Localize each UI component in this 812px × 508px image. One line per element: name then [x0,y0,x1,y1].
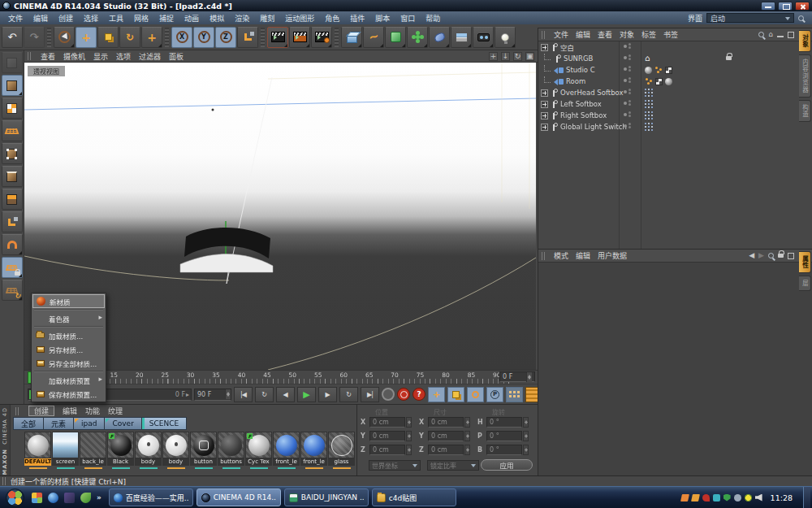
menu-sculpt[interactable]: 雕刻 [260,13,274,24]
rotate-tool[interactable]: ↻ [119,27,140,48]
search-icon[interactable] [798,15,804,21]
size-mode-dropdown[interactable]: 锁定比率 [427,460,479,471]
menu-snap[interactable]: 捕捉 [159,13,174,24]
viewport-menu-panel[interactable]: 面板 [169,51,184,62]
maximize-view-icon[interactable]: ▣ [525,52,534,61]
texture-mode-button[interactable] [2,98,23,119]
lock-x-axis-button[interactable]: X [171,27,192,48]
quick-launch-icon[interactable] [80,493,91,503]
shield-icon[interactable] [723,494,731,501]
visibility-dots[interactable] [624,66,631,72]
enable-snap-button[interactable] [2,234,23,255]
chevron-expand-icon[interactable]: » [97,493,102,501]
attr-menu-edit[interactable]: 编辑 [576,250,590,261]
tray-icon[interactable] [691,494,700,501]
add-generator-button[interactable] [385,27,406,48]
render-picture-viewer-button[interactable] [289,27,310,48]
viewport-camera-label[interactable]: 透视视图 [28,66,65,76]
render-settings-button[interactable] [311,27,332,48]
visibility-dots[interactable] [624,54,631,60]
menu-item-shader[interactable]: 着色器 [32,311,105,325]
spinner-icon[interactable] [523,445,529,455]
add-modeling-object-button[interactable] [407,27,428,48]
object-row-overhead-softbox[interactable]: OverHead Softbox [538,87,799,98]
key-pla-toggle[interactable] [506,387,523,402]
spinner-icon[interactable] [464,445,470,455]
material-item[interactable]: back_le [80,432,106,469]
add-primitive-button[interactable] [341,27,362,48]
viewport-menu-view[interactable]: 查看 [41,51,55,62]
viewport-menu-cameras[interactable]: 摄像机 [63,51,85,62]
spinner-icon[interactable] [406,445,412,455]
xpresso-tag-icon[interactable] [645,123,646,124]
add-spline-button[interactable]: ~ [363,27,384,48]
tab-elements[interactable]: 元素 [43,417,73,430]
volume-icon[interactable] [755,494,762,501]
goto-start-button[interactable] [234,387,253,402]
undo-button[interactable]: ↶ [2,27,23,48]
material-menu-create[interactable]: 创建 [28,406,54,416]
material-item[interactable]: button [190,432,217,469]
quick-launch-icon[interactable] [64,493,75,503]
record-button[interactable] [382,388,395,401]
position-x-field[interactable]: X0 cm [361,417,412,428]
axis-mode-button[interactable] [2,211,23,232]
visibility-dots[interactable] [624,43,631,49]
interface-dropdown[interactable]: 启动 [706,13,794,23]
lock-y-axis-button[interactable]: Y [193,27,214,48]
browser-icon[interactable] [48,493,58,503]
om-menu-view[interactable]: 查看 [598,29,612,40]
material-menu-function[interactable]: 功能 [85,406,100,416]
spinner-icon[interactable] [526,372,532,382]
menu-help[interactable]: 帮助 [425,13,440,24]
panel-icon[interactable] [788,32,794,38]
object-row-sunrgb[interactable]: SUNRGB ⌂ [538,53,799,64]
viewport-menu-options[interactable]: 选项 [116,51,131,62]
attr-menu-userdata[interactable]: 用户数据 [598,250,627,261]
object-row-global-light-switch[interactable]: Global Light Switch [538,121,799,132]
render-view-button[interactable] [267,27,288,48]
material-item[interactable]: front_le [273,432,300,469]
tray-icon[interactable] [713,494,720,501]
material-item[interactable]: buttons [218,432,244,469]
model-mode-button[interactable] [2,75,23,96]
back-arrow-icon[interactable]: ◀ [749,252,754,259]
material-item[interactable]: FCyc Tex [245,432,272,469]
menu-render[interactable]: 渲染 [235,13,249,24]
menu-create[interactable]: 创建 [58,13,73,24]
grip-handle[interactable] [542,31,546,39]
close-button[interactable] [795,2,810,11]
lock-icon[interactable] [778,254,784,258]
coordinate-system-button[interactable] [237,27,258,48]
expand-icon[interactable] [541,101,548,108]
visibility-dots[interactable] [624,123,631,128]
spinner-icon[interactable] [464,417,470,428]
rotation-b-field[interactable]: B0 ° [477,445,529,455]
texture-tag-icon[interactable] [665,67,672,74]
play-mode-button[interactable] [255,387,274,402]
xpresso-tag-icon[interactable] [645,89,646,90]
visibility-dots[interactable] [624,77,631,83]
material-item[interactable]: DEFAULT [24,432,51,469]
tray-icon[interactable] [702,494,710,501]
spinner-icon[interactable] [225,389,231,399]
om-menu-file[interactable]: 文件 [554,29,568,40]
taskbar-button-baidu-folder[interactable]: BAIDU_JINGYAN ... [284,488,369,506]
expand-icon[interactable] [541,89,548,97]
menu-animate[interactable]: 动画 [184,13,199,24]
grip-handle[interactable] [15,407,20,415]
menu-item-save-all-materials[interactable]: 另存全部材质... [32,356,105,370]
play-button[interactable] [297,387,316,402]
tab-all[interactable]: 全部 [13,417,43,430]
loop-button[interactable] [339,387,358,402]
search-icon[interactable] [758,32,764,37]
show-desktop-button[interactable] [803,487,810,508]
menu-select[interactable]: 选择 [84,13,98,24]
object-row-right-softbox[interactable]: Right Softbox [538,110,799,121]
tab-layers[interactable]: 层 [799,276,811,291]
material-item[interactable]: body [162,432,189,469]
add-light-button[interactable] [495,27,516,48]
key-parameter-toggle[interactable]: P [486,387,503,402]
menu-mograph[interactable]: 运动图形 [285,13,314,24]
material-menu-texture[interactable]: 纹理 [108,406,123,416]
